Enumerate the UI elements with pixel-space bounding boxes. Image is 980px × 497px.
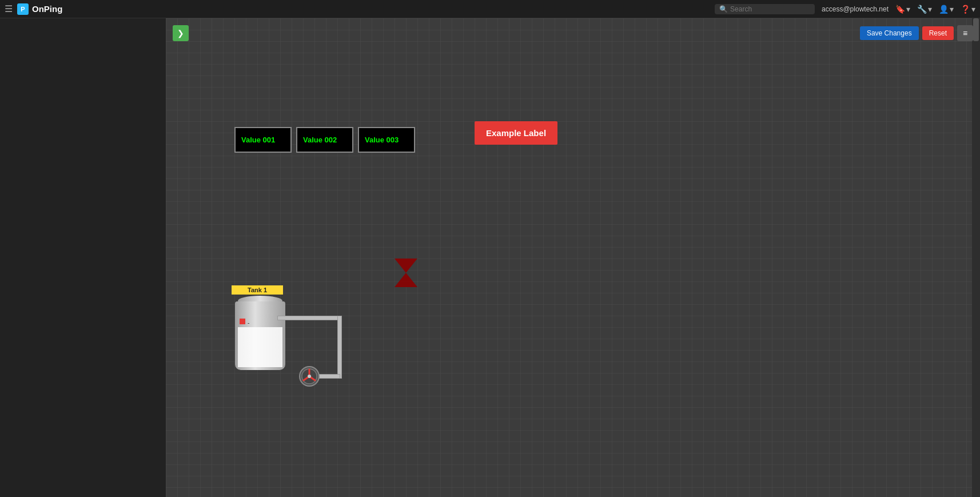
help-icon: ❓: [961, 5, 970, 14]
bookmark-icon: 🔖: [895, 5, 905, 14]
pipe-system: [277, 304, 380, 407]
user-chevron: ▾: [950, 5, 954, 14]
save-changes-button[interactable]: Save Changes: [860, 26, 919, 40]
help-chevron: ▾: [971, 5, 975, 14]
pipe-vertical: [337, 316, 342, 379]
expand-button[interactable]: ❯: [173, 25, 189, 41]
bookmark-btn[interactable]: 🔖 ▾: [895, 5, 910, 14]
pump-circle[interactable]: [299, 366, 320, 387]
tank-label: Tank 1: [232, 285, 283, 295]
svg-marker-0: [395, 259, 417, 273]
navbar-left: ☰ P OnPing: [5, 3, 62, 15]
search-input[interactable]: [730, 5, 810, 13]
value-box-002[interactable]: Value 002: [296, 127, 353, 153]
user-btn[interactable]: 👤 ▾: [939, 5, 954, 14]
hamburger-icon[interactable]: ☰: [5, 3, 13, 14]
logo-icon: P: [17, 3, 29, 15]
tank-indicator: [240, 319, 245, 324]
toolbar-right: Save Changes Reset ≡: [860, 25, 973, 41]
search-container[interactable]: 🔍: [715, 4, 815, 14]
logo-text: OnPing: [32, 4, 62, 14]
svg-point-6: [308, 375, 311, 378]
help-btn[interactable]: ❓ ▾: [961, 5, 975, 14]
bookmark-chevron: ▾: [906, 5, 910, 14]
toolbar: ❯ Save Changes Reset ≡: [173, 25, 973, 41]
scrollbar[interactable]: [972, 18, 980, 497]
canvas-area[interactable]: ❯ Save Changes Reset ≡ Value 001 Value 0…: [166, 18, 980, 497]
wrench-btn[interactable]: 🔧 ▾: [917, 5, 932, 14]
user-email: access@plowtech.net: [822, 5, 889, 13]
scrollbar-thumb[interactable]: [973, 18, 979, 41]
hourglass-valve[interactable]: [389, 256, 423, 290]
tank-indicator-label: -: [248, 320, 249, 326]
wrench-icon: 🔧: [917, 5, 927, 14]
pipe-horizontal-top: [277, 316, 340, 320]
svg-marker-1: [395, 273, 417, 287]
example-label[interactable]: Example Label: [475, 121, 557, 145]
menu-button[interactable]: ≡: [957, 25, 973, 41]
wrench-chevron: ▾: [928, 5, 932, 14]
tank-liquid: [238, 327, 282, 367]
sidebar: [0, 18, 166, 497]
value-box-003[interactable]: Value 003: [358, 127, 415, 153]
logo-container: P OnPing: [17, 3, 62, 15]
navbar-right: 🔍 access@plowtech.net 🔖 ▾ 🔧 ▾ 👤 ▾ ❓ ▾: [715, 4, 975, 14]
navbar: ☰ P OnPing 🔍 access@plowtech.net 🔖 ▾ 🔧 ▾…: [0, 0, 980, 18]
user-icon: 👤: [939, 5, 949, 14]
search-icon: 🔍: [719, 5, 728, 13]
main-content: ❯ Save Changes Reset ≡ Value 001 Value 0…: [166, 18, 980, 497]
value-box-001[interactable]: Value 001: [234, 127, 292, 153]
reset-button[interactable]: Reset: [922, 26, 954, 40]
